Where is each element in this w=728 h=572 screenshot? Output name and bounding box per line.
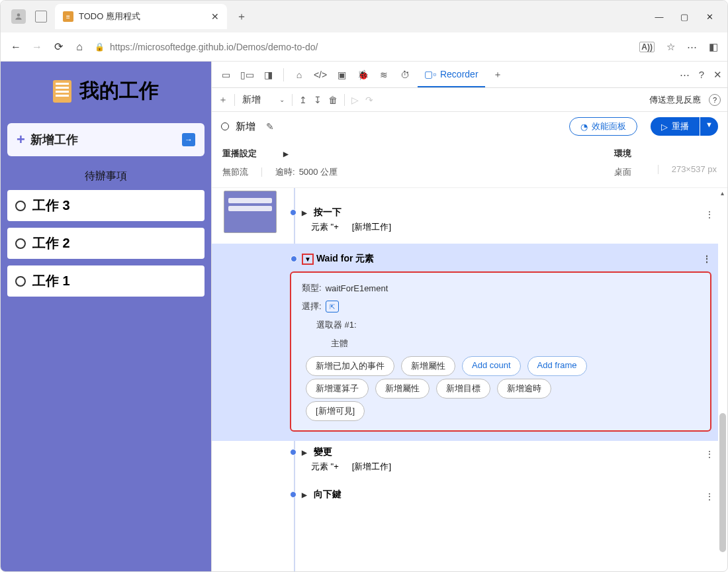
recorder-toolbar: ＋ 新增⌄ ↥ ↧ 🗑 ▷ ↷ 傳送意見反應 ? xyxy=(212,88,727,112)
close-devtools-icon[interactable]: ✕ xyxy=(713,69,722,81)
delete-icon[interactable]: 🗑 xyxy=(328,95,338,105)
step-dot-icon xyxy=(290,449,296,455)
recorder-tab[interactable]: ▢▫ Recorder xyxy=(418,62,485,87)
window-close-button[interactable]: ✕ xyxy=(705,12,714,22)
step-dot-icon xyxy=(290,491,296,498)
step-click[interactable]: ▶按一下 元素 "+[新增工作] ⋮ xyxy=(290,207,718,233)
pill-add-timeout[interactable]: 新增逾時 xyxy=(497,379,551,399)
step-change[interactable]: ▶變更 元素 "+[新增工作] ⋮ xyxy=(290,446,718,473)
pill-add-attribute-2[interactable]: 新增屬性 xyxy=(375,379,430,399)
task-checkbox[interactable] xyxy=(15,276,26,287)
pill-add-frame[interactable]: Add frame xyxy=(527,356,587,376)
replay-button[interactable]: ▷ 重播 xyxy=(651,117,700,136)
toolbar-help-icon[interactable]: ? xyxy=(709,94,721,106)
recording-header: 新增 ✎ ◔ 效能面板 ▷ 重播 ▼ xyxy=(212,112,727,141)
dock-icon[interactable]: ◨ xyxy=(259,66,277,83)
play-icon: ▷ xyxy=(661,122,668,132)
step-more-icon[interactable]: ⋮ xyxy=(705,449,714,459)
task-checkbox[interactable] xyxy=(15,238,26,249)
inspect-icon[interactable]: ▭ xyxy=(217,66,234,83)
add-task-input[interactable]: + 新增工作 → xyxy=(7,123,205,156)
step-more-icon[interactable]: ⋮ xyxy=(705,209,714,220)
devtools-panel: ▭ ▯▭ ◨ ⌂ </> ▣ 🐞 ≋ ⏱ ▢▫ Recorder ＋ ⋯ ? ✕… xyxy=(211,62,727,571)
forward-button: → xyxy=(31,41,43,53)
new-tab-button[interactable]: ＋ xyxy=(231,7,252,26)
task-item[interactable]: 工作 1 xyxy=(7,265,205,297)
timeout-label: 逾時: xyxy=(275,166,295,178)
step-icon: ↷ xyxy=(365,95,373,105)
network-tab-icon[interactable]: ≋ xyxy=(375,66,392,83)
timeout-value: 5000 公厘 xyxy=(299,166,338,178)
pill-add-count[interactable]: Add count xyxy=(462,356,521,376)
import-icon[interactable]: ↧ xyxy=(314,95,322,105)
favorites-icon[interactable]: ☆ xyxy=(666,41,675,53)
recorder-icon: ▢▫ xyxy=(424,69,436,79)
lock-icon[interactable]: 🔒 xyxy=(95,42,105,52)
scrollbar-thumb[interactable] xyxy=(719,413,726,552)
help-icon[interactable]: ? xyxy=(699,69,704,80)
export-icon[interactable]: ↥ xyxy=(299,95,307,105)
submit-arrow-icon[interactable]: → xyxy=(182,133,195,146)
home-button[interactable]: ⌂ xyxy=(73,41,85,53)
pill-add-attribute[interactable]: 新增屬性 xyxy=(401,356,455,376)
browser-tab[interactable]: ≡ TODO 應用程式 ✕ xyxy=(55,4,227,29)
workspaces-icon[interactable] xyxy=(35,11,47,23)
window-maximize-button[interactable]: ▢ xyxy=(680,12,689,22)
selector-picker-icon[interactable]: ⇱ xyxy=(326,301,339,312)
more-tools-icon[interactable]: ⋯ xyxy=(680,69,690,81)
pill-add-target[interactable]: 新增目標 xyxy=(436,379,490,399)
type-label: 類型: xyxy=(302,282,322,294)
scroll-up-icon[interactable]: ▴ xyxy=(718,189,726,197)
play-icon: ▷ xyxy=(351,95,359,105)
step-more-icon[interactable]: ⋮ xyxy=(705,491,714,502)
chevron-down-icon: ▼ xyxy=(304,256,311,263)
performance-panel-button[interactable]: ◔ 效能面板 xyxy=(569,117,637,136)
tab-close-icon[interactable]: ✕ xyxy=(211,11,219,22)
task-item[interactable]: 工作 3 xyxy=(7,190,205,221)
refresh-button[interactable]: ⟳ xyxy=(52,40,64,53)
recording-select[interactable]: 新增⌄ xyxy=(242,93,285,107)
device-icon[interactable]: ▯▭ xyxy=(238,66,255,83)
side-panel-icon[interactable]: ◧ xyxy=(709,41,718,53)
url-bar: ← → ⟳ ⌂ 🔒 https://microsoftedge.github.i… xyxy=(1,32,727,62)
highlighted-expand-toggle[interactable]: ▼ xyxy=(302,254,314,265)
recorder-tab-label: Recorder xyxy=(440,69,478,79)
throttling-value: 無節流 xyxy=(222,166,248,178)
elements-tab-icon[interactable]: </> xyxy=(312,66,329,83)
screenshot-thumbnail[interactable] xyxy=(224,191,277,233)
step-keydown[interactable]: ▶向下鍵 ⋮ xyxy=(290,489,718,501)
replay-settings: 重播設定 ▶ 無節流 逾時: 5000 公厘 環境 桌面 273×537 px xyxy=(212,141,727,188)
task-item[interactable]: 工作 2 xyxy=(7,228,205,259)
chevron-right-icon[interactable]: ▶ xyxy=(302,209,307,216)
task-label: 工作 3 xyxy=(32,197,70,215)
task-checkbox[interactable] xyxy=(15,201,26,211)
console-tab-icon[interactable]: ▣ xyxy=(333,66,350,83)
profile-icon[interactable] xyxy=(11,9,26,24)
expand-replay-settings-icon[interactable]: ▶ xyxy=(283,150,289,158)
viewport-dimensions: 273×537 px xyxy=(672,164,717,174)
sources-tab-icon[interactable]: 🐞 xyxy=(354,66,371,83)
add-tab-button[interactable]: ＋ xyxy=(489,66,506,83)
feedback-link[interactable]: 傳送意見反應 xyxy=(649,94,701,106)
app-title: 我的工作 xyxy=(79,77,159,105)
more-icon[interactable]: ⋯ xyxy=(687,41,697,53)
pill-add-asserted-events[interactable]: 新增已加入的事件 xyxy=(306,356,394,376)
new-recording-button[interactable]: ＋ xyxy=(218,94,228,106)
performance-tab-icon[interactable]: ⏱ xyxy=(396,66,414,83)
welcome-tab-icon[interactable]: ⌂ xyxy=(291,66,308,83)
todo-app: 我的工作 + 新增工作 → 待辦事項 工作 3 工作 2 工作 1 xyxy=(1,62,211,571)
window-minimize-button[interactable]: — xyxy=(655,12,664,22)
replay-dropdown[interactable]: ▼ xyxy=(700,117,718,136)
reader-mode-icon[interactable]: A)) xyxy=(639,42,655,52)
pill-add-visible[interactable]: [新增可見] xyxy=(306,401,365,421)
edit-name-icon[interactable]: ✎ xyxy=(266,121,274,132)
chevron-right-icon[interactable]: ▶ xyxy=(302,449,307,456)
pill-add-operator[interactable]: 新增運算子 xyxy=(306,379,369,399)
steps-timeline: ▴ ▶按一下 元素 "+[新增工作] ⋮ xyxy=(212,188,727,571)
chevron-right-icon[interactable]: ▶ xyxy=(302,491,307,499)
todo-section-heading: 待辦事項 xyxy=(7,169,205,183)
step-more-icon[interactable]: ⋮ xyxy=(702,254,711,264)
record-indicator-icon xyxy=(221,122,229,130)
address-bar[interactable]: 🔒 https://microsoftedge.github.io/Demos/… xyxy=(95,42,630,52)
back-button[interactable]: ← xyxy=(10,41,22,53)
